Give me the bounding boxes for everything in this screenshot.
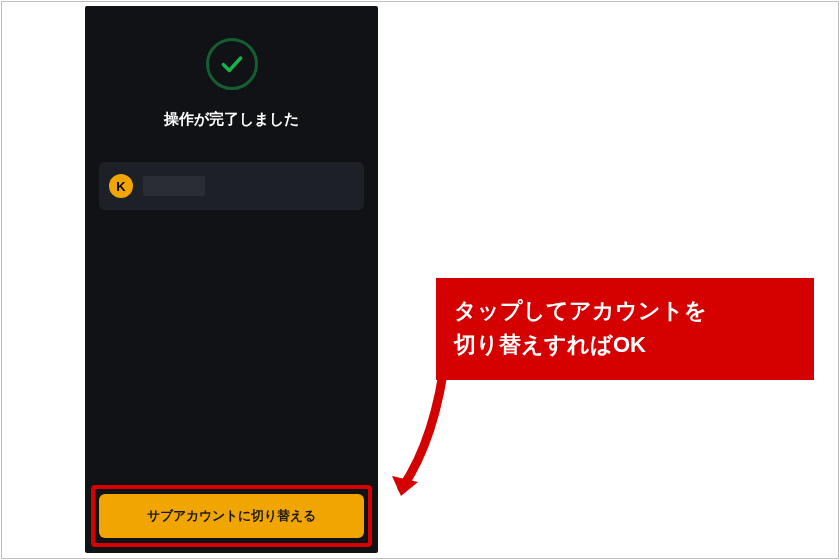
checkmark-icon [219, 51, 245, 77]
callout-line-1: タップしてアカウントを [454, 298, 707, 323]
account-name-redacted [143, 176, 205, 196]
account-row[interactable]: K [99, 162, 364, 210]
annotation-callout: タップしてアカウントを 切り替えすればOK [436, 278, 814, 380]
phone-screen: 操作が完了しました K サブアカウントに切り替える [85, 6, 378, 553]
success-checkmark-icon [206, 38, 258, 90]
switch-subaccount-button[interactable]: サブアカウントに切り替える [99, 494, 364, 538]
account-avatar: K [109, 174, 133, 198]
dialog-title: 操作が完了しました [85, 110, 378, 129]
cta-highlight-box: サブアカウントに切り替える [91, 485, 372, 547]
callout-line-2: 切り替えすればOK [454, 332, 646, 357]
avatar-initial: K [116, 179, 125, 194]
